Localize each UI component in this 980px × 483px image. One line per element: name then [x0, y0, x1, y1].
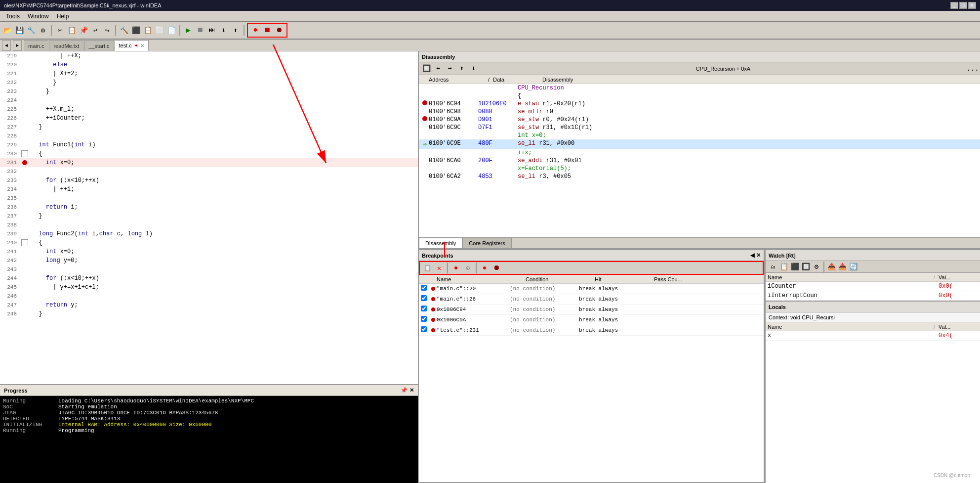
tb-btn-6[interactable]: ↪	[102, 25, 113, 36]
disasm-row-0: 0100'6C94 182106E0 e_stwu r1,-0x20(r1)	[419, 100, 980, 108]
record-play-button[interactable]: ⏺	[274, 25, 285, 36]
locals-title: Locals	[769, 304, 786, 310]
tb-btn-4[interactable]: ⚙	[38, 25, 48, 36]
watch-tb-5[interactable]: ⚙	[811, 262, 822, 272]
progress-row-0: Running Loading C:\Users\shaoduoduo\iSYS…	[3, 398, 415, 404]
tb-btn-step[interactable]: ⏭	[206, 25, 217, 36]
menu-help[interactable]: Help	[53, 12, 73, 21]
disasm-tab-core-registers[interactable]: Core Registers	[462, 238, 511, 248]
bp-tb-enable-all[interactable]: ●	[450, 263, 461, 273]
code-line-229: 229 int Func1(int i)	[0, 140, 418, 149]
code-line-247: 247 return y;	[0, 301, 418, 309]
locals-context: Context: void CPU_Recursi	[766, 312, 980, 322]
code-line-242: 242 long y=0;	[0, 256, 418, 265]
progress-pin-button[interactable]: 📌	[401, 387, 408, 394]
disasm-tb-3[interactable]: ➡	[445, 63, 455, 74]
tb-btn-3[interactable]: 🔧	[26, 25, 37, 36]
progress-close-button[interactable]: ✕	[409, 387, 414, 394]
maximize-button[interactable]: □	[959, 2, 967, 9]
watch-tb-1[interactable]: 🗂	[768, 262, 778, 272]
tab-bar: ◄ ► main.c readMe.txt __start.c test.c ✦…	[0, 40, 980, 51]
watch-panel: Watch [Rt] 🗂 📋 ⬛ 🔲 ⚙ 📤 📥 🔄 Name / Val	[765, 250, 980, 483]
progress-row-2: JTAG JTAGC ID:39B4501D OnCE ID:7C3C01D B…	[3, 410, 415, 416]
code-line-246: 246	[0, 292, 418, 301]
code-line-224: 224	[0, 96, 418, 105]
close-button[interactable]: ✕	[968, 2, 976, 9]
bp-pin-button[interactable]: ◀	[750, 252, 754, 259]
code-line-248: 248 }	[0, 309, 418, 318]
disasm-tb-2[interactable]: ⬅	[433, 63, 444, 74]
watch-tb-2[interactable]: 📋	[778, 262, 789, 272]
tb-btn-stepin[interactable]: ⬇	[218, 25, 229, 36]
bp-col-condition: Condition	[526, 276, 595, 282]
bp-tb-record-stop[interactable]: ⏺	[491, 263, 502, 273]
record-stop-button[interactable]: ⏹	[262, 25, 273, 36]
tb-btn-5[interactable]: ↩	[90, 25, 101, 36]
code-line-245: 245 | y+=x+i+c+l;	[0, 283, 418, 292]
progress-row-5: Running Programming	[3, 428, 415, 434]
tab-test-c[interactable]: test.c ✦ ✕	[115, 40, 149, 51]
tb-btn-cut[interactable]: ✂	[54, 25, 65, 36]
tb-btn-10[interactable]: 📄	[166, 25, 177, 36]
disasm-tb-up[interactable]: ⬆	[456, 63, 467, 74]
code-line-231: 231 int x=0;	[0, 158, 418, 167]
record-button[interactable]: ●	[250, 25, 261, 36]
tab-main-c[interactable]: main.c	[24, 40, 48, 51]
bp-area-231[interactable]	[20, 160, 30, 165]
menu-window[interactable]: Window	[24, 12, 53, 21]
watch-tb-7[interactable]: 📥	[837, 262, 848, 272]
tab-main-c-label: main.c	[28, 43, 44, 49]
tb-run-button[interactable]: ▶	[183, 25, 194, 36]
disasm-tb-down[interactable]: ⬇	[468, 63, 479, 74]
bp-tb-add[interactable]: 📋	[422, 263, 433, 273]
code-line-240: 240 {	[0, 238, 418, 247]
minimize-button[interactable]: _	[950, 2, 958, 9]
bp-close-button[interactable]: ✕	[756, 252, 761, 259]
tb-btn-paste[interactable]: 📌	[78, 25, 89, 36]
tb-btn-build[interactable]: 🔨	[119, 25, 129, 36]
disasm-title: Disassembly	[422, 54, 455, 60]
tab-nav-right[interactable]: ►	[13, 40, 22, 51]
watch-tb-6[interactable]: 📤	[826, 262, 837, 272]
tb-btn-7[interactable]: ⬛	[130, 25, 141, 36]
tb-btn-9[interactable]: ⬜	[154, 25, 165, 36]
tab-start[interactable]: __start.c	[84, 40, 114, 51]
code-line-232: 232	[0, 167, 418, 176]
disasm-more-button[interactable]: ...	[967, 63, 978, 74]
disasm-tb-1[interactable]: 🔲	[421, 63, 432, 74]
bp-row-0: "main.c"::20 (no condition) break always	[419, 284, 764, 294]
watch-tb-4[interactable]: 🔲	[800, 262, 811, 272]
tb-btn-1[interactable]: 📂	[2, 25, 13, 36]
bp-checkbox-230[interactable]	[21, 150, 28, 157]
disasm-row-3: 0100'6C9C D7F1 se_stw r31, #0x1C(r1)	[419, 124, 980, 132]
toolbar-separator-3	[179, 25, 180, 36]
watch-tb-8[interactable]: 🔄	[848, 262, 858, 272]
watch-toolbar: 🗂 📋 ⬛ 🔲 ⚙ 📤 📥 🔄	[766, 261, 980, 273]
tb-btn-2[interactable]: 💾	[14, 25, 25, 36]
bp-checkbox-240[interactable]	[21, 239, 28, 246]
bp-area-240[interactable]	[20, 239, 30, 246]
tb-btn-stepout[interactable]: ⬆	[230, 25, 241, 36]
disasm-content: Address / Data Disassembly CPU_Recursion	[419, 75, 980, 237]
bp-tb-record-all[interactable]: ●	[479, 263, 490, 273]
locals-header: Locals	[766, 302, 980, 312]
menu-tools[interactable]: Tools	[2, 12, 24, 21]
tab-nav-left[interactable]: ◄	[2, 40, 11, 51]
tb-btn-copy[interactable]: 📋	[66, 25, 77, 36]
tb-btn-8[interactable]: 📋	[142, 25, 153, 36]
progress-panel: Progress 📌 ✕ Running Loading C:\Users\sh…	[0, 384, 418, 483]
tab-test-c-label: test.c	[119, 43, 132, 48]
bp-area-230[interactable]	[20, 150, 30, 157]
bp-col-hit: Hit	[595, 276, 654, 282]
tab-readme[interactable]: readMe.txt	[49, 40, 83, 51]
bp-tb-delete[interactable]: ✕	[434, 263, 445, 273]
watch-tb-3[interactable]: ⬛	[789, 262, 800, 272]
bp-row-4: "test.c"::231 (no condition) break alway…	[419, 325, 764, 336]
code-line-235: 235	[0, 194, 418, 203]
disasm-row-1: 0100'6C98 0080 se_mflr r0	[419, 108, 980, 116]
tab-test-c-close[interactable]: ✕	[140, 43, 144, 48]
bp-tb-disable-all[interactable]: ⊙	[462, 263, 473, 273]
disasm-tab-disassembly[interactable]: Disassembly	[419, 238, 462, 248]
disasm-toolbar: 🔲 ⬅ ➡ ⬆ ⬇ CPU_Recursion + 0xA ...	[419, 62, 980, 75]
tb-stop-button[interactable]: ⏹	[195, 25, 205, 36]
